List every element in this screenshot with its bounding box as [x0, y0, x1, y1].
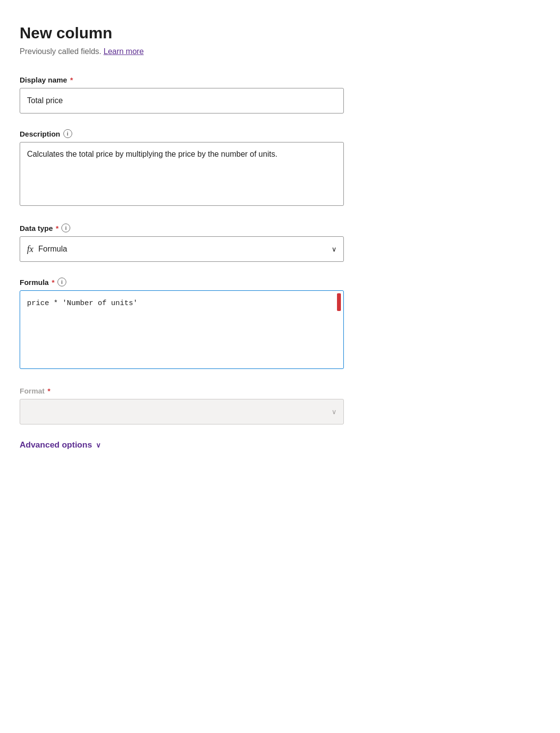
format-label: Format *	[20, 387, 540, 395]
advanced-options-chevron-icon: ∨	[96, 441, 101, 449]
display-name-input[interactable]	[20, 88, 344, 113]
formula-input[interactable]: price * 'Number of units'	[20, 290, 344, 369]
page-subtitle: Previously called fields. Learn more	[20, 47, 540, 56]
formula-wrapper: price * 'Number of units'	[20, 290, 344, 371]
display-name-label: Display name *	[20, 76, 540, 84]
formula-info-icon: i	[57, 278, 66, 286]
formula-label: Formula * i	[20, 278, 540, 286]
format-chevron-icon: ∨	[332, 408, 336, 416]
format-group: Format * ∨	[20, 387, 540, 424]
description-label: Description i	[20, 129, 540, 138]
data-type-info-icon: i	[61, 224, 70, 232]
formula-required: *	[52, 278, 55, 286]
data-type-select[interactable]: fx Formula ∨	[20, 236, 344, 262]
format-required: *	[48, 387, 51, 395]
formula-group: Formula * i price * 'Number of units'	[20, 278, 540, 371]
data-type-required: *	[56, 224, 59, 232]
description-group: Description i Calculates the total price…	[20, 129, 540, 208]
advanced-options-button[interactable]: Advanced options ∨	[20, 440, 101, 450]
page-title: New column	[20, 24, 540, 42]
learn-more-link[interactable]: Learn more	[104, 47, 144, 56]
advanced-options-section: Advanced options ∨	[20, 440, 540, 450]
display-name-group: Display name *	[20, 76, 540, 113]
description-info-icon: i	[63, 129, 72, 138]
formula-error-indicator	[337, 293, 341, 311]
format-select: ∨	[20, 399, 344, 424]
display-name-required: *	[70, 76, 73, 84]
data-type-label: Data type * i	[20, 224, 540, 232]
data-type-chevron-icon: ∨	[332, 245, 336, 253]
formula-fx-icon: fx	[27, 244, 33, 254]
data-type-value: Formula	[38, 245, 332, 254]
description-input[interactable]: Calculates the total price by multiplyin…	[20, 142, 344, 206]
data-type-group: Data type * i fx Formula ∨	[20, 224, 540, 262]
